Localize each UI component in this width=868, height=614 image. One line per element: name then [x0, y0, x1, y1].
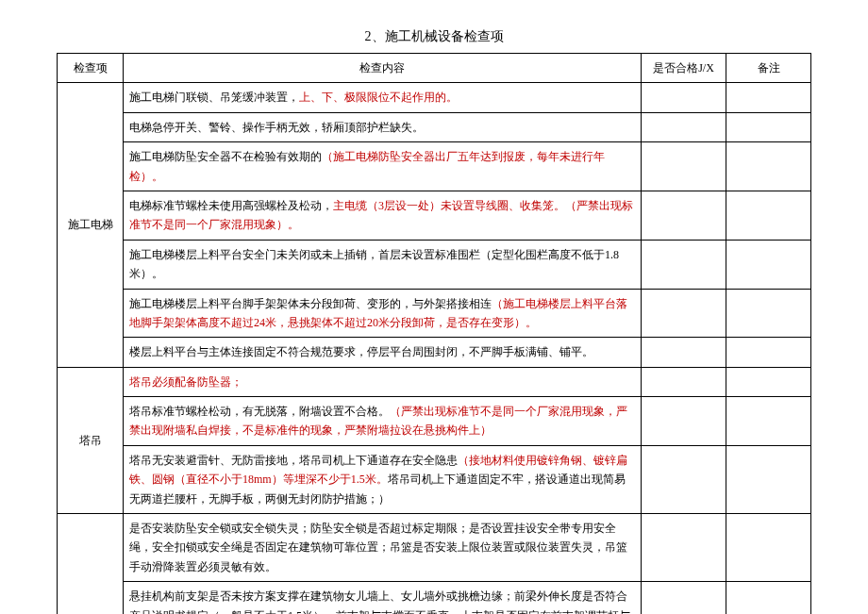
content-text: 塔吊无安装避雷针、无防雷接地，塔吊司机上下通道存在安全隐患 — [129, 454, 458, 467]
remark-cell — [726, 142, 811, 191]
header-remark: 备注 — [726, 54, 811, 83]
content-cell: 施工电梯楼层上料平台安全门未关闭或未上插销，首层未设置标准围栏（定型化围栏高度不… — [124, 240, 642, 289]
remark-cell — [726, 514, 811, 582]
content-text: 上、下、极限限位不起作用的。 — [299, 91, 458, 104]
content-text: 塔吊标准节螺栓松动，有无脱落，附墙设置不合格。 — [129, 405, 390, 418]
content-cell: 悬挂机构前支架是否未按方案支撑在建筑物女儿墙上、女儿墙外或挑檐边缘；前梁外伸长度… — [124, 582, 642, 614]
pass-cell — [642, 582, 726, 614]
content-cell: 塔吊必须配备防坠器； — [124, 367, 642, 396]
pass-cell — [642, 367, 726, 396]
remark-cell — [726, 445, 811, 513]
header-item: 检查项 — [58, 54, 124, 83]
content-cell: 楼层上料平台与主体连接固定不符合规范要求，停层平台周围封闭，不严脚手板满铺、铺平… — [124, 338, 642, 367]
category-cell: 施工电梯 — [58, 83, 124, 367]
content-text: 电梯急停开关、警铃、操作手柄无效，轿厢顶部护栏缺失。 — [129, 121, 424, 134]
remark-cell — [726, 397, 811, 446]
content-cell: 是否安装防坠安全锁或安全锁失灵；防坠安全锁是否超过标定期限；是否设置挂设安全带专… — [124, 514, 642, 582]
remark-cell — [726, 338, 811, 367]
pass-cell — [642, 445, 726, 513]
content-cell: 塔吊标准节螺栓松动，有无脱落，附墙设置不合格。（严禁出现标准节不是同一个厂家混用… — [124, 397, 642, 446]
table-row: 电梯标准节螺栓未使用高强螺栓及松动，主电缆（3层设一处）未设置导线圈、收集笼。（… — [58, 191, 811, 240]
table-row: 施工电梯楼层上料平台脚手架架体未分段卸荷、变形的，与外架搭接相连（施工电梯楼层上… — [58, 289, 811, 338]
pass-cell — [642, 240, 726, 289]
page-title: 2、施工机械设备检查项 — [57, 28, 811, 45]
content-text: 悬挂机构前支架是否未按方案支撑在建筑物女儿墙上、女儿墙外或挑檐边缘；前梁外伸长度… — [129, 589, 630, 614]
table-row: 电梯急停开关、警铃、操作手柄无效，轿厢顶部护栏缺失。 — [58, 112, 811, 141]
content-cell: 电梯急停开关、警铃、操作手柄无效，轿厢顶部护栏缺失。 — [124, 112, 642, 141]
content-cell: 电梯标准节螺栓未使用高强螺栓及松动，主电缆（3层设一处）未设置导线圈、收集笼。（… — [124, 191, 642, 240]
table-row: 塔吊无安装避雷针、无防雷接地，塔吊司机上下通道存在安全隐患（接地材料使用镀锌角钢… — [58, 445, 811, 513]
content-cell: 施工电梯防坠安全器不在检验有效期的（施工电梯防坠安全器出厂五年达到报废，每年未进… — [124, 142, 642, 191]
content-text: 塔吊必须配备防坠器； — [129, 375, 242, 389]
content-text: 施工电梯防坠安全器不在检验有效期的 — [129, 150, 322, 163]
table-row: 施工电梯楼层上料平台安全门未关闭或未上插销，首层未设置标准围栏（定型化围栏高度不… — [58, 240, 811, 289]
pass-cell — [642, 514, 726, 582]
remark-cell — [726, 191, 811, 240]
content-cell: 施工电梯楼层上料平台脚手架架体未分段卸荷、变形的，与外架搭接相连（施工电梯楼层上… — [124, 289, 642, 338]
pass-cell — [642, 397, 726, 446]
remark-cell — [726, 367, 811, 396]
remark-cell — [726, 289, 811, 338]
pass-cell — [642, 83, 726, 112]
header-pass: 是否合格J/X — [642, 54, 726, 83]
content-text: 是否安装防坠安全锁或安全锁失灵；防坠安全锁是否超过标定期限；是否设置挂设安全带专… — [129, 522, 627, 573]
remark-cell — [726, 112, 811, 141]
content-text: 电梯标准节螺栓未使用高强螺栓及松动， — [129, 199, 333, 212]
remark-cell — [726, 83, 811, 112]
remark-cell — [726, 240, 811, 289]
table-row: 楼层上料平台与主体连接固定不符合规范要求，停层平台周围封闭，不严脚手板满铺、铺平… — [58, 338, 811, 367]
pass-cell — [642, 289, 726, 338]
inspection-table: 检查项 检查内容 是否合格J/X 备注 施工电梯施工电梯门联锁、吊笼缓冲装置，上… — [57, 53, 811, 614]
table-row: 吊篮是否安装防坠安全锁或安全锁失灵；防坠安全锁是否超过标定期限；是否设置挂设安全… — [58, 514, 811, 582]
table-row: 施工电梯施工电梯门联锁、吊笼缓冲装置，上、下、极限限位不起作用的。 — [58, 83, 811, 112]
table-row: 塔吊塔吊必须配备防坠器； — [58, 367, 811, 396]
content-text: 施工电梯楼层上料平台脚手架架体未分段卸荷、变形的，与外架搭接相连 — [129, 297, 492, 310]
pass-cell — [642, 112, 726, 141]
pass-cell — [642, 142, 726, 191]
content-cell: 施工电梯门联锁、吊笼缓冲装置，上、下、极限限位不起作用的。 — [124, 83, 642, 112]
remark-cell — [726, 582, 811, 614]
pass-cell — [642, 191, 726, 240]
table-row: 施工电梯防坠安全器不在检验有效期的（施工电梯防坠安全器出厂五年达到报废，每年未进… — [58, 142, 811, 191]
header-content: 检查内容 — [124, 54, 642, 83]
category-cell: 塔吊 — [58, 367, 124, 513]
content-text: 楼层上料平台与主体连接固定不符合规范要求，停层平台周围封闭，不严脚手板满铺、铺平… — [129, 345, 593, 358]
pass-cell — [642, 338, 726, 367]
content-text: 施工电梯门联锁、吊笼缓冲装置， — [129, 91, 299, 104]
content-text: 施工电梯楼层上料平台安全门未关闭或未上插销，首层未设置标准围栏（定型化围栏高度不… — [129, 248, 619, 280]
content-cell: 塔吊无安装避雷针、无防雷接地，塔吊司机上下通道存在安全隐患（接地材料使用镀锌角钢… — [124, 445, 642, 513]
category-cell: 吊篮 — [58, 514, 124, 614]
table-row: 塔吊标准节螺栓松动，有无脱落，附墙设置不合格。（严禁出现标准节不是同一个厂家混用… — [58, 397, 811, 446]
table-row: 悬挂机构前支架是否未按方案支撑在建筑物女儿墙上、女儿墙外或挑檐边缘；前梁外伸长度… — [58, 582, 811, 614]
